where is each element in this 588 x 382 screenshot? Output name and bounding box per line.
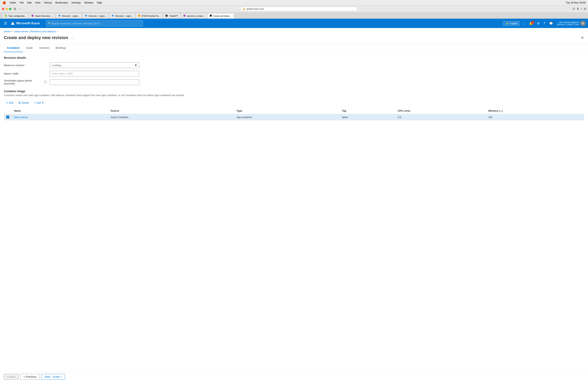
browser-tab-chatgpt[interactable]: ⬛ ChatGPT — [163, 13, 181, 19]
row-tag: latest — [339, 114, 395, 120]
menu-history[interactable]: History — [44, 1, 52, 4]
browser-chrome: ⊞ ‹ › 🔒 portal.azure.com ↺ ⬆ + ⧉ ✅ Task … — [0, 5, 588, 19]
menu-develop[interactable]: Develop — [72, 1, 81, 4]
delete-button[interactable]: 🗑 Delete — [16, 100, 31, 106]
browser-tab-roselle[interactable]: 🟠 07204 Roselle Pa... — [136, 13, 163, 19]
based-on-revision-label-text: Based on revision — [4, 64, 24, 67]
row-checkbox-cell[interactable]: ✓ — [4, 114, 12, 120]
table-row[interactable]: ✓ baixa-server Azure Containe... App con… — [4, 114, 584, 120]
search-icon: 🔍 — [48, 22, 51, 25]
azure-search-bar[interactable]: 🔍 — [46, 20, 143, 26]
create-button[interactable]: Create — [4, 374, 19, 380]
azure-logo-text: Microsoft Azure — [16, 21, 40, 25]
notifications-button[interactable]: 🔔 3 — [527, 21, 535, 26]
name-suffix-input[interactable] — [50, 71, 139, 76]
name-suffix-label-text: Name / suffix — [4, 72, 19, 75]
search-input[interactable] — [51, 22, 141, 25]
tab-favicon-stack: 🟣 — [31, 15, 34, 17]
delete-icon: 🗑 — [18, 101, 21, 104]
info-icon[interactable]: ⓘ — [44, 80, 47, 84]
feedback-button[interactable]: 💬 — [547, 21, 555, 26]
back-button[interactable]: ‹ — [19, 7, 21, 11]
nav-hamburger-button[interactable]: ☰ — [2, 20, 9, 27]
sidebar-toggle-button[interactable]: ⊞ — [13, 7, 17, 11]
apple-menu[interactable]: 🍎 — [2, 1, 6, 4]
menu-safari[interactable]: Safari — [10, 1, 16, 4]
select-chevron-icon: ▼ — [135, 64, 137, 67]
col-memory: Memory (...) — [486, 108, 584, 114]
form-area: Revision details Based on revision * Loa… — [0, 52, 588, 124]
termination-grace-input[interactable] — [50, 79, 139, 85]
container-name-link[interactable]: baixa-server — [14, 116, 28, 119]
tab-favicon-chatgpt: ⬛ — [165, 15, 168, 17]
content-area: Home > baixa-server | Revisions and repl… — [0, 28, 588, 124]
tab-scale[interactable]: Scale — [23, 44, 36, 52]
user-avatar[interactable]: R — [580, 21, 586, 26]
breadcrumb-revisions[interactable]: baixa-server | Revisions and replicas — [14, 30, 56, 33]
copilot-button[interactable]: ✨ Copilot — [503, 21, 520, 26]
termination-grace-row: Termination grace period (seconds) ⓘ — [4, 79, 584, 85]
col-source: Source — [108, 108, 234, 114]
reload-button[interactable]: ↺ — [572, 7, 575, 11]
new-tab-button[interactable]: + — [581, 7, 582, 11]
tab-favicon-discover-2: 🔷 — [85, 15, 87, 17]
tabs-overview-button[interactable]: ⧉ — [584, 7, 586, 11]
close-window-button[interactable] — [2, 8, 4, 10]
azure-logo-icon — [11, 21, 15, 25]
previous-button[interactable]: < Previous — [20, 374, 40, 380]
menu-bookmarks[interactable]: Bookmarks — [55, 1, 68, 4]
edit-icon: ✏ — [6, 101, 8, 104]
settings-button[interactable]: ⚙ — [535, 21, 541, 26]
page-title: Create and deploy new revision — [4, 35, 68, 40]
menu-window[interactable]: Window — [84, 1, 93, 4]
container-toolbar: ✏ Edit 🗑 Delete + Add ▼ — [4, 100, 584, 106]
copilot-label: Copilot — [510, 22, 517, 25]
tab-bindings[interactable]: Bindings — [53, 44, 69, 52]
edit-button[interactable]: ✏ Edit — [4, 100, 15, 106]
breadcrumb-home[interactable]: Home — [4, 30, 11, 33]
browser-tab-task-config[interactable]: ✅ Task configuratio... — [2, 13, 29, 19]
system-time: Tue 19 Nov 16:00 — [566, 1, 586, 4]
tab-close-icon[interactable]: ✕ — [232, 15, 234, 17]
more-options-button[interactable]: ... — [70, 35, 74, 41]
help-button[interactable]: ? — [542, 21, 547, 26]
menu-file[interactable]: File — [20, 1, 24, 4]
row-checkbox[interactable]: ✓ — [6, 116, 9, 119]
browser-tab-stack-overview[interactable]: 🟣 Stack Overview -... — [29, 13, 56, 19]
browser-tab-azurerm[interactable]: 🟣 azurerm_contain... — [181, 13, 207, 19]
fullscreen-window-button[interactable] — [9, 8, 11, 10]
tab-label-stack: Stack Overview -... — [35, 15, 53, 17]
browser-tab-create-deploy[interactable]: 🅰 Create and deplo... ✕ — [207, 13, 234, 19]
menu-view[interactable]: View — [35, 1, 41, 4]
based-on-revision-select[interactable]: Loading... ▼ — [50, 63, 139, 68]
nav-icons: ✨ Copilot ⬚ 🔔 3 ⚙ ? 💬 rohit.manohar@pill… — [503, 21, 586, 26]
menu-help[interactable]: Help — [97, 1, 102, 4]
tab-volumes[interactable]: Volumes — [36, 44, 53, 52]
col-type: Type — [234, 108, 339, 114]
row-memory: 1Gi — [486, 114, 584, 120]
next-scale-button[interactable]: Next : Scale > — [42, 374, 65, 380]
tab-label-discover-1: Discover - Logit.i... — [62, 15, 80, 17]
user-directory: DEFAULT DIRECTORY — [557, 23, 579, 26]
azure-logo: Microsoft Azure — [11, 21, 40, 25]
tab-container[interactable]: Container — [4, 44, 23, 52]
cloud-shell-button[interactable]: ⬚ — [521, 21, 527, 26]
required-asterisk: * — [25, 64, 26, 67]
table-header-row: Name Source Type Tag CPU cores Memory (.… — [4, 108, 584, 114]
menu-edit[interactable]: Edit — [27, 1, 32, 4]
add-button[interactable]: + Add ▼ — [32, 100, 46, 106]
browser-tab-discover-1[interactable]: 🔷 Discover - Logit.i... — [56, 13, 82, 19]
notification-badge: 3 — [531, 21, 534, 24]
tab-label-discover-3: Discover - Logit.i... — [115, 15, 133, 17]
address-bar[interactable]: 🔒 portal.azure.com — [241, 7, 357, 11]
close-panel-button[interactable]: ✕ — [581, 35, 584, 40]
forward-button[interactable]: › — [22, 7, 25, 11]
page-header: Create and deploy new revision ... ✕ — [0, 35, 588, 44]
share-button[interactable]: ⬆ — [577, 7, 579, 11]
tab-favicon-discover-3: 🔷 — [111, 15, 114, 17]
browser-tab-discover-3[interactable]: 🔷 Discover - Logit.i... — [109, 13, 136, 19]
tab-bar: Container Scale Volumes Bindings — [0, 44, 588, 52]
browser-tab-discover-2[interactable]: 🔷 Discover - Logit.i... — [82, 13, 109, 19]
minimize-window-button[interactable] — [5, 8, 8, 10]
row-name: baixa-server — [12, 114, 108, 120]
